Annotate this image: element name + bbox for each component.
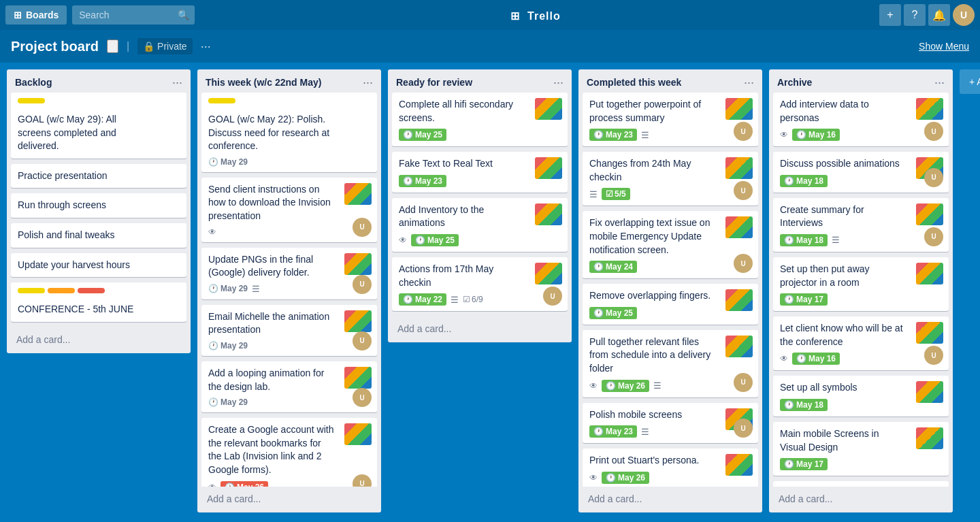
card-tw4[interactable]: Email Michelle the animation presentatio… xyxy=(201,305,377,356)
board-visibility[interactable]: 🔒 Private xyxy=(137,38,193,54)
card-date: 🕐May 29 xyxy=(208,341,248,350)
card-a1[interactable]: Add interview data to personasU👁🕐May 16 xyxy=(773,93,949,146)
clock-icon: 🕐 xyxy=(593,308,604,318)
card-tw1[interactable]: GOAL (w/c May 22): Polish. Discuss need … xyxy=(201,93,377,172)
header-dots[interactable]: ··· xyxy=(201,39,211,54)
card-a5[interactable]: Let client know who will be at the confe… xyxy=(773,316,949,370)
card-date: 🕐May 26 xyxy=(220,481,268,487)
show-menu-button[interactable]: Show Menu xyxy=(919,41,969,52)
checklist-badge: ☑6/9 xyxy=(463,295,483,304)
card-title: CONFERENCE - 5th JUNE xyxy=(18,303,180,316)
card-date: 🕐May 23 xyxy=(589,425,637,438)
card-meta: ☰☑5/5 xyxy=(589,188,751,200)
card-tw5[interactable]: Add a looping animation for the design l… xyxy=(201,361,377,412)
card-date: 🕐May 18 xyxy=(780,399,828,411)
list-menu-button[interactable]: ··· xyxy=(363,76,373,88)
card-thumbnail xyxy=(916,381,943,403)
card-tw2[interactable]: Send client instructions on how to downl… xyxy=(201,178,377,242)
card-a8[interactable]: Design updates from 10th March xyxy=(773,481,949,487)
list-menu-button[interactable]: ··· xyxy=(553,76,564,88)
list-footer: Add a card... xyxy=(388,316,572,342)
card-avatar: U xyxy=(543,287,562,306)
clock-icon: 🕐 xyxy=(593,262,604,272)
card-b1[interactable]: GOAL (w/c May 29): All screens completed… xyxy=(11,93,186,159)
card-a6[interactable]: Set up all symbols🕐May 18 xyxy=(773,376,949,417)
card-thumbnail xyxy=(535,98,562,120)
card-labels xyxy=(208,98,370,109)
boards-button[interactable]: ⊞ Boards xyxy=(5,5,67,25)
trello-logo: ⊞ Trello xyxy=(200,7,874,23)
card-label-yellow xyxy=(18,288,45,293)
card-c4[interactable]: Remove overlapping fingers.🕐May 25 xyxy=(583,284,758,325)
card-avatar: U xyxy=(924,168,943,187)
list-header: This week (w/c 22nd May)··· xyxy=(197,69,381,93)
card-meta: 👁🕐May 25 xyxy=(399,234,561,246)
search-input[interactable] xyxy=(72,5,195,25)
clock-icon: 🕐 xyxy=(403,295,413,304)
card-a4[interactable]: Set up then put away projector in a room… xyxy=(773,257,949,311)
card-thumbnail xyxy=(344,253,372,275)
notifications-button[interactable]: 🔔 xyxy=(928,4,950,26)
card-a2[interactable]: Discuss possible animationsU🕐May 18 xyxy=(773,152,949,193)
watch-icon: 👁 xyxy=(589,473,598,483)
card-b6[interactable]: CONFERENCE - 5th JUNE xyxy=(11,282,186,322)
add-button[interactable]: + xyxy=(879,4,901,26)
card-c2[interactable]: Changes from 24th May checkinU☰☑5/5 xyxy=(583,152,758,206)
clock-icon: 🕐 xyxy=(208,284,218,293)
list-title: Backlog xyxy=(15,77,52,88)
card-avatar: U xyxy=(353,388,372,407)
clock-icon: 🕐 xyxy=(784,176,794,186)
add-card-button[interactable]: Add a card... xyxy=(393,321,566,337)
card-date: 🕐May 18 xyxy=(780,175,828,187)
card-thumbnail xyxy=(535,203,562,225)
card-thumbnail xyxy=(535,263,562,284)
watch-icon: 👁 xyxy=(589,381,598,391)
add-list-button[interactable]: + Add a list... xyxy=(960,69,980,94)
nav-right: + ? 🔔 U xyxy=(879,4,975,26)
card-b5[interactable]: Update your harvest hours xyxy=(11,253,186,278)
card-c1[interactable]: Put together powerpoint of process summa… xyxy=(583,93,758,146)
card-c7[interactable]: Print out Stuart's persona.👁🕐May 26 xyxy=(583,448,758,487)
add-card-button[interactable]: Add a card... xyxy=(584,491,757,507)
checklist-icon: ☑ xyxy=(606,189,613,199)
card-thumbnail xyxy=(535,157,562,179)
card-a3[interactable]: Create summary for InterviewsU🕐May 18☰ xyxy=(773,198,949,252)
add-card-button[interactable]: Add a card... xyxy=(774,491,947,507)
card-rr4[interactable]: Actions from 17th May checkinU🕐May 22☰☑6… xyxy=(392,257,568,311)
card-date: 🕐May 25 xyxy=(399,129,446,141)
user-avatar[interactable]: U xyxy=(953,4,975,26)
add-card-button[interactable]: Add a card... xyxy=(203,491,376,507)
star-button[interactable]: ☆ xyxy=(107,39,118,53)
card-title: Polish and final tweaks xyxy=(18,229,180,242)
list-this-week: This week (w/c 22nd May)···GOAL (w/c May… xyxy=(197,69,381,512)
list-menu-button[interactable]: ··· xyxy=(172,76,182,88)
card-meta: 🕐May 23☰ xyxy=(589,129,751,141)
card-c5[interactable]: Pull together relevant files from schedu… xyxy=(583,330,758,397)
list-menu-button[interactable]: ··· xyxy=(744,76,754,88)
clock-icon: 🕐 xyxy=(606,381,616,391)
card-rr3[interactable]: Add Inventory to the animations👁🕐May 25 xyxy=(392,198,568,252)
card-tw3[interactable]: Update PNGs in the final (Google) delive… xyxy=(201,248,377,299)
card-tw6[interactable]: Create a Google account with the relevan… xyxy=(201,418,377,487)
card-b4[interactable]: Polish and final tweaks xyxy=(11,223,186,248)
card-b2[interactable]: Practice presentation xyxy=(11,164,186,189)
list-header: Ready for review··· xyxy=(388,69,572,93)
clock-icon: 🕐 xyxy=(796,130,806,140)
card-b3[interactable]: Run through screens xyxy=(11,193,186,218)
card-a7[interactable]: Main mobile Screens in Visual Design🕐May… xyxy=(773,422,949,476)
checklist-icon: ☑ xyxy=(463,295,470,304)
card-c3[interactable]: Fix overlapping text issue on mobile Eme… xyxy=(583,211,758,278)
card-avatar: U xyxy=(734,419,753,438)
card-rr1[interactable]: Complete all hifi secondary screens.🕐May… xyxy=(392,93,568,146)
add-card-button[interactable]: Add a card... xyxy=(12,331,185,348)
help-button[interactable]: ? xyxy=(904,4,926,26)
watch-icon: 👁 xyxy=(208,227,216,237)
list-footer: Add a card... xyxy=(578,487,762,512)
description-icon: ☰ xyxy=(641,427,649,437)
watch-icon: 👁 xyxy=(208,483,216,487)
list-menu-button[interactable]: ··· xyxy=(934,76,945,88)
card-rr2[interactable]: Fake Text to Real Text🕐May 23 xyxy=(392,152,568,193)
description-icon: ☰ xyxy=(451,295,459,305)
card-c6[interactable]: Polish mobile screensU🕐May 23☰ xyxy=(583,403,758,444)
card-date: 🕐May 16 xyxy=(792,353,840,365)
